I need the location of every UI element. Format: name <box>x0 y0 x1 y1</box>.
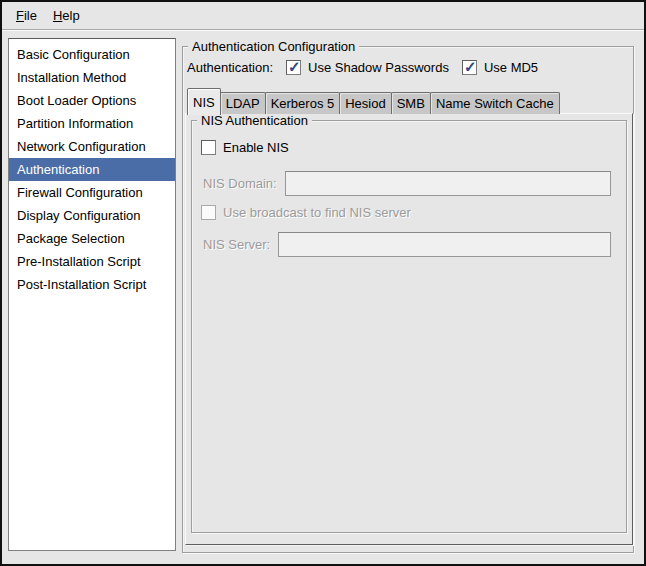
enable-nis-option[interactable]: Enable NIS <box>201 140 289 155</box>
menu-help[interactable]: Help <box>45 5 88 26</box>
nis-domain-row: NIS Domain: <box>192 171 626 196</box>
sidebar-item-pre-installation-script[interactable]: Pre-Installation Script <box>9 250 175 273</box>
broadcast-label: Use broadcast to find NIS server <box>223 205 411 220</box>
tab-hesiod[interactable]: Hesiod <box>339 92 391 114</box>
sidebar-list: Basic ConfigurationInstallation MethodBo… <box>8 38 176 551</box>
nis-authentication-frame-title: NIS Authentication <box>197 113 312 128</box>
use-shadow-passwords-checkbox[interactable] <box>286 60 301 75</box>
tab-kerberos-5[interactable]: Kerberos 5 <box>265 92 341 114</box>
authentication-label: Authentication: <box>187 60 286 75</box>
use-md5-checkbox[interactable] <box>462 60 477 75</box>
tab-nis[interactable]: NIS <box>187 88 221 115</box>
sidebar-item-basic-configuration[interactable]: Basic Configuration <box>9 43 175 66</box>
authentication-configuration-frame-title: Authentication Configuration <box>188 39 359 54</box>
authentication-configuration-frame: Authentication Configuration Authenticat… <box>182 46 634 553</box>
menu-file-label: ile <box>24 8 37 23</box>
sidebar-item-boot-loader-options[interactable]: Boot Loader Options <box>9 89 175 112</box>
use-shadow-passwords-option[interactable]: Use Shadow Passwords <box>286 60 449 75</box>
menu-file-mnemonic: F <box>16 8 24 23</box>
tab-name-switch-cache[interactable]: Name Switch Cache <box>430 92 560 114</box>
kickstart-configurator-window: File Help Basic ConfigurationInstallatio… <box>0 0 646 566</box>
nis-domain-input <box>285 171 611 196</box>
menu-help-mnemonic: H <box>53 8 62 23</box>
nis-authentication-frame: NIS Authentication Enable NIS NIS Domain… <box>191 120 627 533</box>
nis-domain-label: NIS Domain: <box>203 171 277 196</box>
broadcast-checkbox <box>201 205 216 220</box>
enable-nis-label: Enable NIS <box>223 140 289 155</box>
enable-nis-checkbox[interactable] <box>201 140 216 155</box>
menu-file[interactable]: File <box>8 5 45 26</box>
tab-bar: NISLDAPKerberos 5HesiodSMBName Switch Ca… <box>187 88 559 114</box>
use-md5-option[interactable]: Use MD5 <box>462 60 538 75</box>
broadcast-option: Use broadcast to find NIS server <box>201 205 411 220</box>
use-shadow-passwords-label: Use Shadow Passwords <box>308 60 449 75</box>
sidebar-item-display-configuration[interactable]: Display Configuration <box>9 204 175 227</box>
sidebar-item-firewall-configuration[interactable]: Firewall Configuration <box>9 181 175 204</box>
use-md5-label: Use MD5 <box>484 60 538 75</box>
authentication-options-row: Authentication: Use Shadow Passwords Use… <box>187 58 538 76</box>
nis-server-input <box>278 232 611 257</box>
menu-help-label: elp <box>62 8 79 23</box>
tab-smb[interactable]: SMB <box>391 92 431 114</box>
nis-server-row: NIS Server: <box>192 232 626 257</box>
tab-ldap[interactable]: LDAP <box>220 92 266 114</box>
sidebar-item-authentication[interactable]: Authentication <box>9 158 175 181</box>
sidebar-item-network-configuration[interactable]: Network Configuration <box>9 135 175 158</box>
sidebar-item-post-installation-script[interactable]: Post-Installation Script <box>9 273 175 296</box>
sidebar-item-installation-method[interactable]: Installation Method <box>9 66 175 89</box>
menu-bar: File Help <box>2 2 644 30</box>
nis-server-label: NIS Server: <box>203 232 270 257</box>
sidebar-item-partition-information[interactable]: Partition Information <box>9 112 175 135</box>
nis-tab-panel: NIS Authentication Enable NIS NIS Domain… <box>185 113 633 545</box>
sidebar-item-package-selection[interactable]: Package Selection <box>9 227 175 250</box>
